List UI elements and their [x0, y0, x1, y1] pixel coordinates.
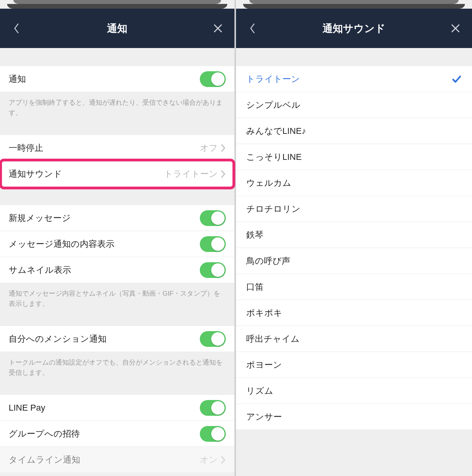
sound-label: ウェルカム — [246, 177, 462, 189]
checkmark-icon — [452, 74, 462, 84]
toggle-switch[interactable] — [200, 210, 226, 226]
value: トライトーン — [164, 168, 218, 180]
chevron-right-icon — [220, 144, 226, 152]
row-notification-sound[interactable]: 通知サウンド トライトーン — [0, 161, 234, 187]
sound-label: こっそりLINE — [246, 151, 462, 163]
label: 新規メッセージ — [9, 212, 200, 224]
sound-option[interactable]: チロチロリン — [236, 196, 472, 222]
content-right: トライトーンシンプルベルみんなでLINE♪こっそりLINEウェルカムチロチロリン… — [236, 48, 472, 476]
row-timeline[interactable]: タイムライン通知 オン — [0, 447, 234, 473]
row-message-content[interactable]: メッセージ通知の内容表示 — [0, 231, 234, 257]
label: 自分へのメンション通知 — [9, 333, 200, 345]
sound-label: リズム — [246, 385, 462, 397]
row-notifications-toggle[interactable]: 通知 — [0, 66, 234, 92]
sound-label: チロチロリン — [246, 203, 462, 215]
content-left: 通知 アプリを強制終了すると、通知が遅れたり、受信できない場合があります。 一時… — [0, 48, 234, 476]
sound-option[interactable]: ポキポキ — [236, 300, 472, 326]
row-group-invite[interactable]: グループへの招待 — [0, 421, 234, 447]
page-title: 通知 — [0, 22, 234, 35]
row-thumbnail[interactable]: サムネイル表示 — [0, 257, 234, 283]
screen-notifications: 通知 通知 アプリを強制終了すると、通知が遅れたり、受信できない場合があります。… — [0, 0, 236, 476]
row-mention[interactable]: 自分へのメンション通知 — [0, 326, 234, 352]
sound-option[interactable]: 口笛 — [236, 274, 472, 300]
toggle-switch[interactable] — [200, 236, 226, 252]
sound-label: アンサー — [246, 411, 462, 423]
label: グループへの招待 — [9, 428, 200, 440]
sound-option[interactable]: シンプルベル — [236, 92, 472, 118]
sound-label: シンプルベル — [246, 99, 462, 111]
sound-label: ポヨーン — [246, 359, 462, 371]
close-icon[interactable] — [210, 20, 226, 36]
sound-label: トライトーン — [246, 73, 452, 85]
sound-label: 呼出チャイム — [246, 333, 462, 345]
label: 通知サウンド — [9, 168, 164, 180]
toggle-switch[interactable] — [200, 71, 226, 87]
sound-option[interactable]: リズム — [236, 378, 472, 404]
label: 通知 — [9, 73, 200, 85]
sound-label: 口笛 — [246, 281, 462, 293]
label: メッセージ通知の内容表示 — [9, 238, 200, 250]
value: オフ — [200, 142, 218, 154]
back-icon[interactable] — [9, 20, 24, 36]
sound-option[interactable]: 鳥の呼び声 — [236, 248, 472, 274]
sound-option[interactable]: ポヨーン — [236, 352, 472, 378]
sound-option[interactable]: ウェルカム — [236, 170, 472, 196]
label: サムネイル表示 — [9, 264, 200, 276]
sound-option[interactable]: みんなでLINE♪ — [236, 118, 472, 144]
label: 一時停止 — [9, 142, 200, 154]
toggle-switch[interactable] — [200, 262, 226, 278]
label: タイムライン通知 — [9, 454, 200, 466]
sound-label: ポキポキ — [246, 307, 462, 319]
sound-option[interactable]: 呼出チャイム — [236, 326, 472, 352]
value: オン — [200, 454, 218, 466]
row-line-pay[interactable]: LINE Pay — [0, 395, 234, 421]
back-icon[interactable] — [245, 20, 260, 36]
caption-force-quit: アプリを強制終了すると、通知が遅れたり、受信できない場合があります。 — [0, 92, 234, 123]
header: 通知 — [0, 9, 234, 48]
sound-option[interactable]: こっそりLINE — [236, 144, 472, 170]
page-title: 通知サウンド — [236, 22, 472, 35]
toggle-switch[interactable] — [200, 331, 226, 347]
toggle-switch[interactable] — [200, 400, 226, 416]
label: LINE Pay — [9, 403, 200, 413]
chevron-right-icon — [220, 456, 226, 464]
sound-option[interactable]: トライトーン — [236, 66, 472, 92]
sound-label: 鉄琴 — [246, 229, 462, 241]
header: 通知サウンド — [236, 9, 472, 48]
row-new-message[interactable]: 新規メッセージ — [0, 205, 234, 231]
sound-option[interactable]: アンサー — [236, 404, 472, 430]
sound-label: 鳥の呼び声 — [246, 255, 462, 267]
screen-sound-list: 通知サウンド トライトーンシンプルベルみんなでLINE♪こっそりLINEウェルカ… — [236, 0, 472, 476]
chevron-right-icon — [220, 170, 226, 178]
row-pause[interactable]: 一時停止 オフ — [0, 135, 234, 161]
close-icon[interactable] — [448, 20, 463, 36]
sound-label: みんなでLINE♪ — [246, 125, 462, 137]
sound-option[interactable]: 鉄琴 — [236, 222, 472, 248]
toggle-switch[interactable] — [200, 426, 226, 442]
caption-mention: トークルームの通知設定がオフでも、自分がメンションされると通知を受信します。 — [0, 352, 234, 383]
caption-thumbnail: 通知でメッセージ内容とサムネイル（写真・動画・GIF・スタンプ）を表示します。 — [0, 283, 234, 314]
